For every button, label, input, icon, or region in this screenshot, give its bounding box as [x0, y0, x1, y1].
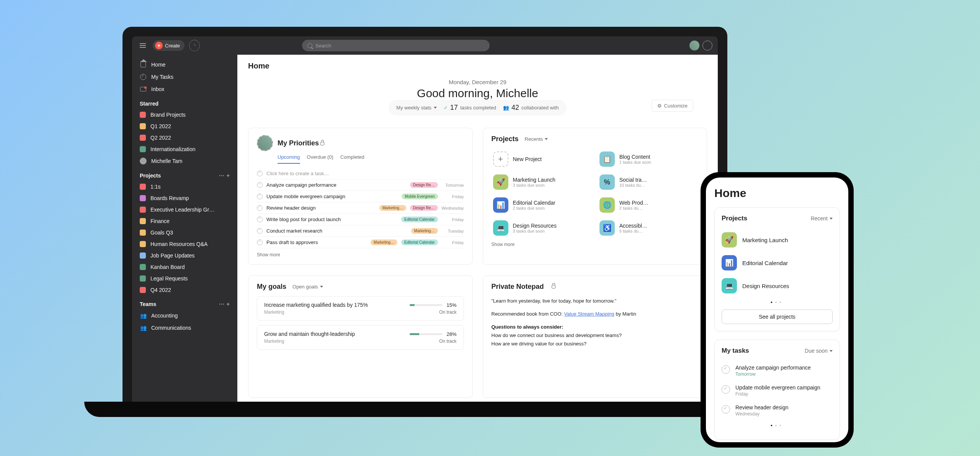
task-row[interactable]: Update mobile evergreen campaignMobile E…	[257, 191, 464, 202]
project-item[interactable]: 📋Blog Content1 tasks due soon	[598, 149, 698, 169]
project-tag[interactable]: Mobile Evergreen	[402, 194, 438, 199]
menu-toggle[interactable]	[137, 40, 148, 51]
sidebar-item[interactable]: Human Resources Q&A	[132, 238, 237, 250]
project-item[interactable]: 💻Design Resources3 tasks due soon	[492, 218, 592, 238]
sidebar-item[interactable]: 👥Accounting	[132, 309, 237, 322]
task-row[interactable]: Review header designMarketing…Design Re……	[257, 202, 464, 214]
customize-button[interactable]: ⚙Customize	[652, 100, 693, 112]
nav-inbox[interactable]: Inbox	[132, 83, 237, 95]
due-soon-dropdown[interactable]: Due soon	[805, 348, 833, 354]
pagination-dots[interactable]: ●●●	[722, 423, 833, 427]
sidebar-item[interactable]: Q4 2022	[132, 284, 237, 296]
tab-completed[interactable]: Completed	[340, 154, 364, 164]
check-circle-icon[interactable]	[722, 405, 730, 414]
goals-filter-dropdown[interactable]: Open goals	[292, 284, 323, 290]
show-more-button[interactable]: Show more	[492, 242, 699, 247]
project-item[interactable]: +New Project	[492, 149, 592, 169]
project-tag[interactable]: Design Re…	[410, 182, 438, 188]
project-tag[interactable]: Editorial Calendar	[401, 217, 438, 222]
sidebar-item[interactable]: Boards Revamp	[132, 192, 237, 204]
page-title: Home	[237, 55, 718, 77]
dark-mode-toggle[interactable]	[702, 41, 712, 50]
task-row[interactable]: Conduct market researchMarketing…Tuesday	[257, 225, 464, 237]
book-link[interactable]: Value Stream Mapping	[564, 311, 614, 317]
sidebar-item[interactable]: Finance	[132, 215, 237, 227]
sidebar-item[interactable]: Legal Requests	[132, 273, 237, 284]
sidebar-item[interactable]: Q1 2022	[132, 121, 237, 132]
folder-icon	[140, 135, 146, 141]
nav-home[interactable]: Home	[132, 59, 237, 71]
phone-projects-card: Projects Recent 🚀Marketing Launch📊Editor…	[714, 207, 840, 331]
search-input[interactable]: Search	[302, 40, 490, 51]
pagination-dots[interactable]: ●●●	[722, 300, 833, 304]
project-tag[interactable]: Editorial Calendar	[401, 239, 438, 245]
add-icon[interactable]: +	[227, 301, 230, 307]
avatar[interactable]	[257, 135, 273, 151]
avatar[interactable]	[689, 41, 699, 50]
check-circle-icon[interactable]	[257, 194, 263, 199]
create-button[interactable]: +Create	[153, 40, 185, 51]
phone-project-item[interactable]: 💻Design Resources	[722, 274, 833, 297]
sidebar-item[interactable]: Kanban Board	[132, 261, 237, 273]
phone-project-item[interactable]: 🚀Marketing Launch	[722, 228, 833, 251]
sidebar-item[interactable]: Executive Leadership Gr…	[132, 204, 237, 215]
check-circle-icon[interactable]	[257, 182, 263, 188]
sidebar-item[interactable]: Job Page Updates	[132, 250, 237, 261]
more-icon[interactable]: ⋯	[219, 301, 224, 307]
show-more-button[interactable]: Show more	[257, 252, 464, 257]
check-circle-icon[interactable]	[257, 228, 263, 234]
project-item[interactable]: 🌐Web Prod…2 tasks du…	[598, 195, 698, 215]
sidebar-item[interactable]: 👥Communications	[132, 322, 237, 334]
sidebar-item[interactable]: Michelle Tam	[132, 155, 237, 167]
nav-my-tasks[interactable]: My Tasks	[132, 71, 237, 83]
project-item[interactable]: 🚀Marketing Launch3 tasks due soon	[492, 172, 592, 192]
sidebar-item[interactable]: Q2 2022	[132, 132, 237, 143]
phone-task-item[interactable]: Analyze campaign performanceTomorrow	[722, 361, 833, 381]
project-tag[interactable]: Design Re…	[410, 205, 438, 211]
goal-card[interactable]: Grow and maintain thought-leadershipMark…	[257, 325, 464, 350]
more-icon[interactable]: ⋯	[219, 173, 224, 179]
project-item[interactable]: 📊Editorial Calendar2 tasks due soon	[492, 195, 592, 215]
task-row[interactable]: Analyze campaign performanceDesign Re…To…	[257, 179, 464, 191]
project-tag[interactable]: Marketing…	[379, 205, 406, 211]
goals-card: My goals Open goals Increase marketing q…	[248, 275, 473, 398]
check-circle-icon[interactable]	[257, 205, 263, 211]
sidebar-item[interactable]: Brand Projects	[132, 109, 237, 121]
check-circle-icon[interactable]	[722, 385, 730, 394]
phone-task-item[interactable]: Review header designWednesday	[722, 401, 833, 420]
section-projects[interactable]: Projects⋯+	[132, 167, 237, 181]
phone-task-item[interactable]: Update mobile evergreen campaignFriday	[722, 381, 833, 401]
sidebar: Home My Tasks Inbox Starred Brand Projec…	[132, 55, 237, 413]
add-icon[interactable]: +	[227, 173, 230, 179]
recents-dropdown[interactable]: Recents	[525, 136, 548, 142]
sliders-icon: ⚙	[657, 103, 662, 109]
folder-icon	[140, 146, 146, 152]
plus-icon: +	[493, 151, 508, 167]
history-button[interactable]	[189, 40, 200, 51]
stats-dropdown[interactable]: My weekly stats	[396, 105, 437, 111]
check-circle-icon[interactable]	[257, 239, 263, 245]
greeting: Good morning, Michelle	[237, 87, 718, 100]
create-task-row[interactable]: Click here to create a task…	[257, 168, 464, 179]
project-tag[interactable]: Marketing…	[371, 239, 397, 245]
task-row[interactable]: Pass draft to approversMarketing…Editori…	[257, 237, 464, 248]
tab-overdue[interactable]: Overdue (0)	[307, 154, 333, 164]
project-item[interactable]: %Social tra…10 tasks du…	[598, 172, 698, 192]
goal-card[interactable]: Increase marketing qualified leads by 17…	[257, 296, 464, 321]
sidebar-item[interactable]: Goals Q3	[132, 227, 237, 238]
phone-project-item[interactable]: 📊Editorial Calendar	[722, 251, 833, 274]
section-teams[interactable]: Teams⋯+	[132, 296, 237, 309]
project-tag[interactable]: Marketing…	[411, 228, 438, 234]
section-title: Projects	[722, 215, 747, 222]
see-all-projects-button[interactable]: See all projects	[722, 309, 833, 324]
sidebar-item[interactable]: 1:1s	[132, 181, 237, 192]
project-item[interactable]: ♿Accessibl…5 tasks du…	[598, 218, 698, 238]
check-circle-icon[interactable]	[257, 217, 263, 222]
tab-upcoming[interactable]: Upcoming	[278, 154, 300, 164]
notepad-content[interactable]: "Learn from yesterday, live for today, h…	[492, 297, 699, 348]
check-circle-icon[interactable]	[722, 365, 730, 374]
task-row[interactable]: Write blog post for product launchEditor…	[257, 214, 464, 225]
sidebar-item[interactable]: Internationalization	[132, 143, 237, 155]
recent-dropdown[interactable]: Recent	[811, 215, 833, 221]
section-starred[interactable]: Starred	[132, 95, 237, 109]
